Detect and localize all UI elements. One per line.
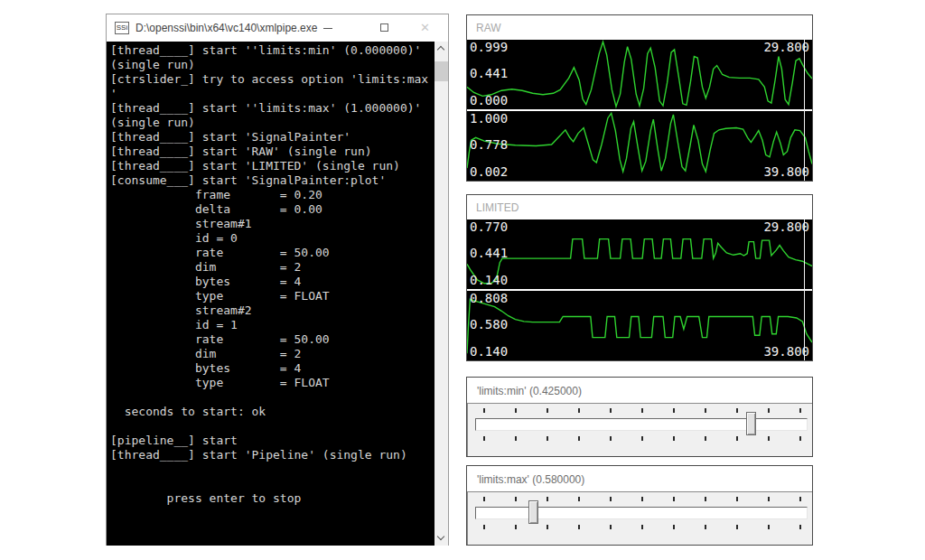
tick-mark	[641, 408, 643, 413]
limited-panel-title: LIMITED	[476, 201, 519, 214]
tick-mark	[515, 497, 517, 501]
tick-mark	[483, 525, 485, 529]
tick-mark	[768, 525, 770, 529]
axis-max-label: 0.808	[470, 291, 508, 305]
console-titlebar[interactable]: SSi D:\openssi\bin\x64\vc140\xmlpipe.exe…	[107, 14, 448, 42]
tick-mark	[641, 436, 643, 441]
limits-max-track[interactable]	[475, 507, 808, 519]
tick-mark	[705, 497, 706, 501]
tick-mark	[641, 525, 643, 529]
limits-min-track[interactable]	[475, 418, 808, 431]
limited-subplot-1: 0.770 0.441 0.140 29.800	[467, 219, 812, 289]
tick-mark	[578, 497, 580, 501]
tick-mark	[799, 525, 801, 529]
chevron-up-icon	[437, 46, 444, 53]
tick-mark	[736, 408, 738, 413]
tick-mark	[705, 525, 706, 529]
raw-waveform-2	[467, 111, 812, 181]
limited-subplot-2: 0.808 0.580 0.140 39.800	[467, 291, 812, 360]
tick-mark	[483, 408, 485, 413]
tick-mark	[483, 497, 485, 501]
time-cursor	[804, 40, 805, 181]
tick-mark	[673, 497, 675, 501]
raw-plot-panel: RAW 0.999 0.441 0.000 29.800 1.000 0.778…	[466, 14, 813, 182]
tick-mark	[547, 497, 548, 501]
raw-waveform-1	[467, 40, 812, 109]
axis-mid-label: 0.778	[470, 137, 508, 152]
tick-mark	[547, 408, 548, 413]
tick-mark	[736, 525, 738, 529]
minimize-icon	[323, 28, 332, 29]
close-button[interactable]: ✕	[412, 14, 443, 42]
raw-plot-area: 0.999 0.441 0.000 29.800 1.000 0.778 0.0…	[467, 40, 812, 181]
chevron-down-icon	[437, 533, 444, 540]
scroll-down-icon[interactable]	[434, 531, 448, 546]
tick-row-top	[468, 408, 813, 414]
scroll-up-icon[interactable]	[434, 42, 448, 56]
axis-mid-label: 0.441	[470, 246, 508, 260]
time-label: 39.800	[763, 344, 809, 359]
tick-mark	[641, 497, 643, 501]
tick-mark	[768, 408, 770, 413]
axis-max-label: 0.770	[470, 219, 508, 234]
time-cursor	[804, 219, 805, 360]
tick-mark	[768, 497, 770, 501]
tick-mark	[610, 436, 612, 441]
tick-mark	[673, 408, 675, 413]
tick-mark	[736, 497, 738, 501]
axis-min-label: 0.000	[470, 93, 508, 107]
tick-mark	[483, 436, 485, 441]
window-title: D:\openssi\bin\x64\vc140\xmlpipe.exe	[135, 22, 317, 34]
tick-row-bottom	[468, 436, 813, 442]
limits-max-thumb[interactable]	[528, 500, 538, 524]
axis-min-label: 0.140	[470, 273, 508, 287]
axis-mid-label: 0.580	[470, 317, 508, 331]
tick-mark	[578, 525, 580, 529]
limited-plot-panel: LIMITED 0.770 0.441 0.140 29.800 0.808 0…	[466, 194, 813, 361]
scrollbar-thumb[interactable]	[434, 61, 448, 81]
tick-mark	[799, 408, 801, 413]
limits-min-thumb[interactable]	[746, 412, 756, 435]
console-text: [thread____] start ''limits:min' (0.0000…	[110, 43, 428, 506]
limits-max-slider-panel: 'limits:max' (0.580000)	[466, 465, 813, 546]
maximize-icon	[380, 23, 388, 32]
time-label: 29.800	[763, 219, 809, 234]
tick-mark	[799, 497, 801, 501]
minimize-button[interactable]	[313, 14, 343, 42]
limited-waveform-2	[467, 291, 812, 360]
axis-mid-label: 0.441	[470, 66, 508, 80]
limits-max-trackbar	[467, 491, 812, 545]
tick-mark	[515, 436, 517, 441]
console-output-area: [thread____] start ''limits:min' (0.0000…	[107, 42, 448, 546]
limits-max-label: 'limits:max' (0.580000)	[477, 473, 584, 486]
tick-mark	[736, 436, 738, 441]
tick-mark	[799, 436, 801, 441]
tick-row-bottom	[468, 525, 813, 530]
tick-mark	[610, 497, 612, 501]
tick-mark	[578, 408, 580, 413]
tick-mark	[578, 436, 580, 441]
axis-max-label: 1.000	[470, 111, 508, 126]
tick-mark	[547, 525, 548, 529]
tick-mark	[610, 408, 612, 413]
tick-mark	[705, 436, 706, 441]
time-label: 39.800	[763, 164, 809, 179]
maximize-button[interactable]	[369, 14, 400, 42]
close-icon: ✕	[420, 21, 430, 34]
tick-mark	[515, 408, 517, 413]
app-icon: SSi	[115, 22, 129, 34]
console-scrollbar[interactable]	[434, 42, 448, 546]
tick-mark	[547, 436, 548, 441]
tick-mark	[610, 525, 612, 529]
limits-min-label: 'limits:min' (0.425000)	[477, 385, 582, 397]
raw-subplot-2: 1.000 0.778 0.002 39.800	[467, 111, 812, 181]
tick-mark	[673, 436, 675, 441]
axis-min-label: 0.140	[470, 344, 508, 359]
limited-waveform-1	[467, 219, 812, 289]
time-label: 29.800	[763, 40, 809, 54]
console-window: SSi D:\openssi\bin\x64\vc140\xmlpipe.exe…	[106, 14, 449, 546]
limited-plot-area: 0.770 0.441 0.140 29.800 0.808 0.580 0.1…	[467, 219, 812, 360]
axis-max-label: 0.999	[470, 40, 508, 54]
tick-mark	[515, 525, 517, 529]
tick-mark	[673, 525, 675, 529]
